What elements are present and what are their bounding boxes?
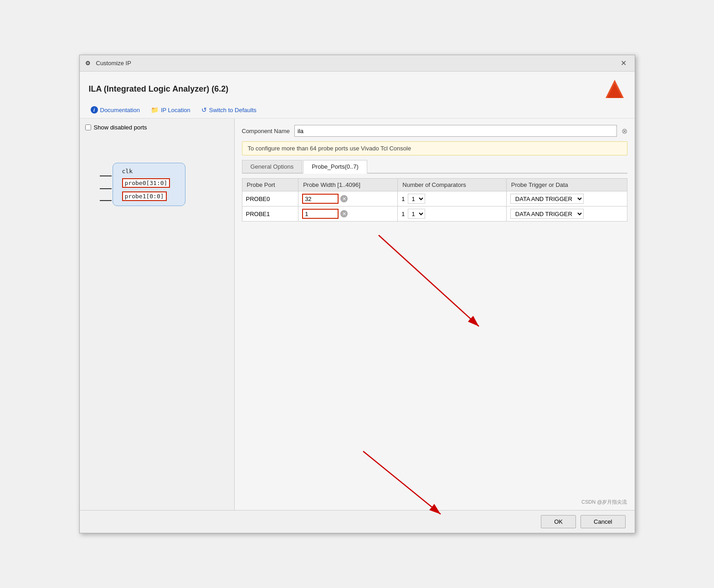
col-probe-width: Probe Width [1..4096]	[298, 179, 398, 191]
refresh-icon: ↺	[201, 106, 207, 113]
svg-line-3	[379, 235, 479, 326]
table-row: PROBE0 ✕ 1 1 2	[242, 191, 627, 206]
probe-width-cell-1: ✕	[298, 206, 398, 222]
component-name-row: Component Name ⊗	[242, 125, 627, 137]
watermark: CSDN @岁月指尖流	[581, 499, 627, 505]
trigger-container-1: DATA AND TRIGGER DATA ONLY TRIGGER ONLY	[510, 209, 623, 219]
probe-width-clear-0[interactable]: ✕	[340, 195, 348, 202]
ip-diagram: clk probe0[31:0] probe1[0:0]	[113, 163, 229, 206]
ip-block: clk probe0[31:0] probe1[0:0]	[113, 163, 185, 206]
trigger-cell-0: DATA AND TRIGGER DATA ONLY TRIGGER ONLY	[506, 191, 627, 206]
probe-table: Probe Port Probe Width [1..4096] Number …	[242, 178, 627, 222]
comparator-container-0: 1 1 2 3 4	[401, 194, 503, 204]
tab-general-options[interactable]: General Options	[242, 160, 303, 173]
tab-probe-ports[interactable]: Probe_Ports(0..7)	[303, 160, 367, 174]
show-disabled-ports-checkbox[interactable]	[85, 124, 91, 130]
documentation-label: Documentation	[100, 107, 140, 113]
trigger-select-1[interactable]: DATA AND TRIGGER DATA ONLY TRIGGER ONLY	[510, 209, 584, 219]
component-name-input[interactable]	[294, 125, 617, 137]
comparator-cell-1: 1 1 2	[398, 206, 507, 222]
probe-width-clear-1[interactable]: ✕	[340, 210, 348, 217]
arrow-spacer	[89, 515, 537, 528]
col-probe-trigger: Probe Trigger or Data	[506, 179, 627, 191]
info-icon: i	[91, 106, 98, 113]
toolbar-row: i Documentation 📁 IP Location ↺ Switch t…	[80, 103, 635, 119]
tabs-row: General Options Probe_Ports(0..7)	[242, 160, 627, 174]
dialog-header: ILA (Integrated Logic Analyzer) (6.2)	[80, 72, 635, 103]
probe-width-input-0[interactable]	[302, 194, 339, 204]
content-spacer	[242, 226, 627, 504]
show-disabled-ports-row: Show disabled ports	[85, 124, 229, 131]
close-button[interactable]: ✕	[618, 58, 629, 68]
comparator-cell-0: 1 1 2 3 4	[398, 191, 507, 206]
probe-port-cell-0: PROBE0	[242, 191, 298, 206]
title-bar-left: ⚙ Customize IP	[85, 60, 131, 67]
probe-port-cell-1: PROBE1	[242, 206, 298, 222]
port-clk-label: clk	[122, 168, 133, 175]
col-probe-port: Probe Port	[242, 179, 298, 191]
info-banner: To configure more than 64 probe ports us…	[242, 141, 627, 155]
comparator-select-0[interactable]: 1 2 3 4	[408, 194, 425, 204]
ip-location-button[interactable]: 📁 IP Location	[149, 105, 192, 114]
port-probe0-row: probe0[31:0]	[122, 178, 176, 188]
component-name-label: Component Name	[242, 128, 290, 134]
ok-button[interactable]: OK	[541, 515, 576, 528]
col-num-comparators: Number of Comparators	[398, 179, 507, 191]
title-bar-title: Customize IP	[96, 60, 131, 67]
app-icon: ⚙	[85, 60, 92, 67]
content-area: Show disabled ports clk probe0[31:0] pro…	[80, 119, 635, 510]
trigger-cell-1: DATA AND TRIGGER DATA ONLY TRIGGER ONLY	[506, 206, 627, 222]
probe-width-input-container-1: ✕	[302, 209, 394, 219]
probe-width-input-container-0: ✕	[302, 194, 394, 204]
left-panel: Show disabled ports clk probe0[31:0] pro…	[80, 119, 235, 510]
cancel-button[interactable]: Cancel	[580, 515, 625, 528]
documentation-button[interactable]: i Documentation	[89, 105, 142, 114]
switch-defaults-button[interactable]: ↺ Switch to Defaults	[200, 105, 258, 114]
xilinx-logo	[604, 78, 626, 100]
comparator-value-0: 1	[401, 196, 405, 202]
port-clk-row: clk	[122, 168, 176, 175]
port-probe1-row: probe1[0:0]	[122, 191, 176, 201]
trigger-container-0: DATA AND TRIGGER DATA ONLY TRIGGER ONLY	[510, 194, 623, 204]
ip-location-label: IP Location	[161, 107, 190, 113]
probe-width-cell-0: ✕	[298, 191, 398, 206]
customize-ip-dialog: ⚙ Customize IP ✕ ILA (Integrated Logic A…	[79, 55, 635, 533]
comparator-select-1[interactable]: 1 2	[408, 209, 425, 219]
port-probe0-label: probe0[31:0]	[122, 178, 170, 188]
folder-icon: 📁	[151, 106, 159, 113]
probe-width-input-1[interactable]	[302, 209, 339, 219]
main-title: ILA (Integrated Logic Analyzer) (6.2)	[89, 84, 229, 94]
right-panel: Component Name ⊗ To configure more than …	[235, 119, 635, 510]
show-disabled-ports-label: Show disabled ports	[94, 124, 147, 131]
comparator-value-1: 1	[401, 211, 405, 217]
switch-defaults-label: Switch to Defaults	[209, 107, 257, 113]
annotation-arrows	[242, 226, 627, 504]
comparator-container-1: 1 1 2	[401, 209, 503, 219]
bottom-bar: OK Cancel	[80, 510, 635, 533]
table-row: PROBE1 ✕ 1 1 2	[242, 206, 627, 222]
trigger-select-0[interactable]: DATA AND TRIGGER DATA ONLY TRIGGER ONLY	[510, 194, 584, 204]
title-bar: ⚙ Customize IP ✕	[80, 55, 635, 72]
port-probe1-label: probe1[0:0]	[122, 191, 167, 201]
component-name-clear-button[interactable]: ⊗	[622, 127, 627, 135]
